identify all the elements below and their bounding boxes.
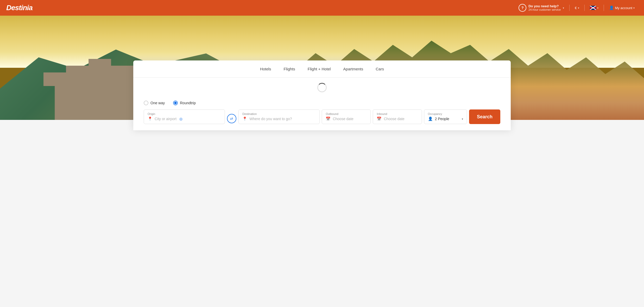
destination-location-icon: 📍 <box>242 116 247 121</box>
outbound-input-row: 📅 Choose date <box>326 116 367 121</box>
currency-selector[interactable]: € ▾ <box>572 4 582 11</box>
logo-text: Destinia <box>6 4 33 12</box>
help-subtitle: 24-hour customer service <box>528 8 561 11</box>
header-right: ? Do you need help? 24-hour customer ser… <box>515 2 638 13</box>
search-button[interactable]: Search <box>469 109 500 124</box>
tab-flight-hotel[interactable]: Flight + Hotel <box>308 66 331 72</box>
outbound-calendar-icon: 📅 <box>326 116 331 121</box>
loading-spinner <box>317 83 327 92</box>
service-tabs: Hotels Flights Flight + Hotel Apartments… <box>133 60 511 78</box>
destination-field[interactable]: Destination 📍 Where do you want to go? <box>238 109 320 124</box>
tab-cars[interactable]: Cars <box>376 66 384 72</box>
swap-icon: ⇄ <box>230 116 233 121</box>
search-button-label: Search <box>477 114 493 119</box>
occupancy-chevron: ▾ <box>462 118 463 120</box>
language-selector[interactable]: ▾ <box>587 4 602 11</box>
one-way-radio[interactable] <box>144 101 148 105</box>
search-form: Origin 📍 City or airport ◎ ⇄ Destinatio <box>133 107 511 130</box>
search-container: Hotels Flights Flight + Hotel Apartments… <box>133 60 511 130</box>
outbound-field[interactable]: Outbound 📅 Choose date <box>322 109 371 124</box>
origin-location-icon: 📍 <box>148 116 153 121</box>
header: Destinia ? Do you need help? 24-hour cus… <box>0 0 644 16</box>
account-chevron: ▾ <box>633 7 635 9</box>
tab-flights[interactable]: Flights <box>284 66 295 72</box>
occupancy-value: 2 People <box>435 117 449 121</box>
origin-label: Origin <box>148 112 221 115</box>
trip-type-selector: One way Roundtrip <box>133 97 511 107</box>
below-hero-content <box>0 130 644 156</box>
inbound-input-row: 📅 Choose date <box>377 116 418 121</box>
tab-hotels[interactable]: Hotels <box>260 66 271 72</box>
loading-area <box>133 78 511 97</box>
page-wrapper: Destinia ? Do you need help? 24-hour cus… <box>0 0 644 156</box>
lang-chevron: ▾ <box>597 7 598 9</box>
help-button[interactable]: ? Do you need help? 24-hour customer ser… <box>515 2 567 13</box>
help-title: Do you need help? <box>528 4 561 8</box>
inbound-field[interactable]: Inbound 📅 Choose date <box>373 109 422 124</box>
divider-1 <box>569 5 570 11</box>
roundtrip-label: Roundtrip <box>180 101 196 105</box>
search-wrapper: Hotels Flights Flight + Hotel Apartments… <box>0 60 644 130</box>
divider-3 <box>604 5 604 11</box>
account-button[interactable]: 👤 My account ▾ <box>606 4 638 12</box>
person-icon: 👤 <box>609 5 614 10</box>
origin-field[interactable]: Origin 📍 City or airport ◎ <box>144 109 225 124</box>
hero-section: Hotels Flights Flight + Hotel Apartments… <box>0 16 644 130</box>
flag-icon <box>590 6 596 10</box>
occupancy-field[interactable]: Occupancy 👤 2 People ▾ <box>424 109 467 124</box>
tab-apartments[interactable]: Apartments <box>343 66 363 72</box>
occupancy-input-row: 👤 2 People <box>428 116 449 121</box>
roundtrip-radio[interactable] <box>173 101 178 105</box>
help-chevron: ▾ <box>563 7 564 9</box>
occupancy-select-row: 👤 2 People ▾ <box>428 116 463 121</box>
occupancy-label: Occupancy <box>428 112 463 115</box>
currency-symbol: € <box>575 6 577 10</box>
inbound-calendar-icon: 📅 <box>377 116 382 121</box>
origin-value[interactable]: City or airport <box>155 117 176 121</box>
outbound-value[interactable]: Choose date <box>333 117 353 121</box>
one-way-label: One way <box>150 101 165 105</box>
divider-2 <box>584 5 585 11</box>
swap-button[interactable]: ⇄ <box>227 114 236 123</box>
destination-input-row: 📍 Where do you want to go? <box>242 116 316 121</box>
logo[interactable]: Destinia <box>6 4 33 12</box>
roundtrip-option[interactable]: Roundtrip <box>173 101 196 105</box>
destination-label: Destination <box>242 112 316 115</box>
one-way-option[interactable]: One way <box>144 101 165 105</box>
inbound-value[interactable]: Choose date <box>384 117 404 121</box>
outbound-label: Outbound <box>326 112 367 115</box>
currency-chevron: ▾ <box>578 7 579 9</box>
origin-input-row: 📍 City or airport ◎ <box>148 116 221 121</box>
destination-value[interactable]: Where do you want to go? <box>249 117 292 121</box>
account-label: My account <box>615 6 632 10</box>
help-text: Do you need help? 24-hour customer servi… <box>528 4 561 12</box>
occupancy-person-icon: 👤 <box>428 116 433 121</box>
help-icon: ? <box>519 4 526 12</box>
inbound-label: Inbound <box>377 112 418 115</box>
gps-target-icon[interactable]: ◎ <box>179 116 183 121</box>
